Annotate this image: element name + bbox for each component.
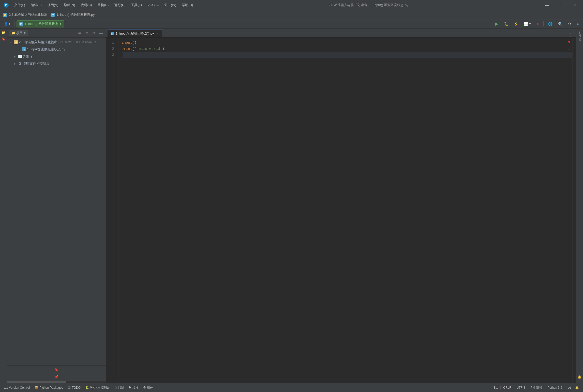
run-button[interactable]: ▶: [493, 20, 500, 27]
terminal-button[interactable]: ▶ 终端: [127, 384, 141, 391]
secondary-toolbar: 👤 ▾ py 1. input() 函数阻塞状态 ▾ ▶ 🐛 ⚡ 📊 ▾ ■ 🌐…: [0, 19, 583, 28]
todo-button[interactable]: ☑ TODO: [66, 385, 82, 390]
interpreter-py-icon: py: [19, 22, 23, 26]
services-button[interactable]: ⚙ 服务: [141, 384, 155, 391]
status-bar-right: 3:1 CRLF UTF-8 4 个空格 Python 3.9 ⎇ 🔔: [492, 384, 581, 391]
console-icon: 🐍: [85, 386, 89, 389]
sidebar-scrollbar[interactable]: [7, 381, 106, 383]
menu-edit[interactable]: 编辑(E): [28, 2, 44, 8]
maximize-button[interactable]: □: [555, 1, 567, 9]
nav-bar: 📁 2.8 标准输入与格式化输出 › py 1. input() 函数阻塞状态.…: [0, 10, 583, 19]
menu-window[interactable]: 窗口(W): [162, 2, 179, 8]
project-rail-btn[interactable]: 📁: [1, 29, 7, 36]
settings-button[interactable]: ⚙: [566, 20, 573, 27]
menu-navigate[interactable]: 导航(N): [61, 2, 78, 8]
search-button[interactable]: 🔍: [556, 20, 564, 27]
editor-gutter: [572, 38, 576, 383]
tree-lib-item[interactable]: ▶ 📊 外部库: [7, 53, 106, 60]
sidebar-toolbar: 📁 项目 ▾ ⊕ ≡ ⚙ —: [7, 28, 106, 38]
menu-vcs[interactable]: VCS(S): [145, 2, 161, 8]
coverage-button[interactable]: 📊 ▾: [522, 20, 533, 27]
minimize-panel-button[interactable]: —: [98, 30, 104, 36]
line-number-3: 3: [106, 52, 116, 58]
pin-icon[interactable]: 📌: [54, 374, 60, 380]
app-logo: P: [3, 2, 10, 9]
notification-icon[interactable]: 🔔: [573, 385, 581, 390]
python-packages-button[interactable]: 📦 Python Packages: [32, 385, 65, 390]
code-editor[interactable]: 1 2 3 input() print('hello world') ✓: [106, 38, 576, 383]
code-line-2: print('hello world') ✓: [122, 46, 572, 52]
stop-button[interactable]: ■: [534, 20, 541, 27]
tabs-more-button[interactable]: ⋮: [567, 33, 575, 37]
tab-close-button[interactable]: ✕: [155, 32, 159, 35]
line-ending[interactable]: CRLF: [501, 385, 513, 390]
line-number-1: 1: [106, 40, 116, 46]
profile-button[interactable]: 👤 ▾: [2, 20, 12, 27]
code-token-close-paren: ): [162, 46, 164, 52]
minimize-button[interactable]: —: [541, 1, 553, 9]
collapse-all-button[interactable]: ≡: [84, 30, 90, 36]
scope-button[interactable]: ⊕: [77, 30, 83, 36]
project-selector[interactable]: 📁 项目 ▾: [9, 30, 28, 36]
folder-icon: 📁: [14, 40, 18, 44]
version-control-button[interactable]: ⎇ Version Control: [2, 385, 32, 390]
main-content: 📁 🔖 📁 项目 ▾ ⊕ ≡ ⚙ — ▼ 📁 2.8 标准输入与格式化输出 C:…: [0, 28, 583, 383]
menu-tools[interactable]: 工具(T): [128, 2, 144, 8]
code-line-1: input(): [122, 40, 572, 46]
git-branch-icon[interactable]: ⎇: [565, 385, 573, 390]
sqview-label[interactable]: SQView: [577, 29, 582, 44]
code-token-input: input: [122, 40, 132, 46]
problems-button[interactable]: ⚠ 问题: [112, 384, 126, 391]
version-control-label: Version Control: [9, 386, 30, 389]
translate-button[interactable]: 🌐: [546, 20, 555, 27]
status-divider-3: [528, 386, 528, 389]
menu-view[interactable]: 视图(V): [45, 2, 61, 8]
code-content[interactable]: input() print('hello world') ✓: [118, 38, 572, 383]
tree-root[interactable]: ▼ 📁 2.8 标准输入与格式化输出 C:\Users\13600\Deskto…: [7, 39, 106, 46]
interpreter-button[interactable]: py 1. input() 函数阻塞状态 ▾: [17, 20, 64, 27]
todo-icon: ☑: [68, 386, 71, 389]
python-console-button[interactable]: 🐍 Python 控制台: [83, 384, 112, 391]
close-button[interactable]: ✕: [569, 1, 580, 9]
py-icon: py: [22, 47, 26, 51]
tree-file-item[interactable]: ▶ py 1. input() 函数阻塞状态.py: [7, 46, 106, 53]
menu-help[interactable]: 帮助(H): [179, 2, 196, 8]
cursor: [122, 53, 122, 57]
tree-temp-label: 临时文件和控制台: [23, 61, 49, 66]
right-rail: SQView 🔔: [576, 28, 583, 383]
status-divider-4: [545, 386, 545, 389]
window-title: 2.8 标准输入与格式化输出 - 1. input() 函数阻塞状态.py: [196, 3, 541, 7]
encoding[interactable]: UTF-8: [515, 385, 527, 390]
code-token-print: print: [122, 46, 132, 52]
expand-arrow-icon: ▶: [13, 62, 17, 65]
left-icon-rail: 📁 🔖: [0, 28, 7, 383]
debug-button[interactable]: 🐛: [502, 20, 510, 27]
cursor-position[interactable]: 3:1: [492, 385, 500, 390]
tree-file-label: 1. input() 函数阻塞状态.py: [27, 47, 65, 52]
menu-file[interactable]: 文件(F): [12, 2, 28, 8]
project-sidebar: 📁 项目 ▾ ⊕ ≡ ⚙ — ▼ 📁 2.8 标准输入与格式化输出 C:\Use…: [7, 28, 106, 383]
notification-rail-icon[interactable]: 🔔: [577, 374, 583, 380]
tree-temp-item[interactable]: ▶ 🗒 临时文件和控制台: [7, 60, 106, 67]
breadcrumb-file[interactable]: 1. input() 函数阻塞状态.py: [56, 12, 95, 17]
menu-refactor[interactable]: 重构(R): [95, 2, 111, 8]
menu-code[interactable]: 代码(C): [78, 2, 94, 8]
bookmark-icon[interactable]: 🔖: [54, 367, 60, 373]
menu-run[interactable]: 运行(U): [112, 2, 128, 8]
indent-setting[interactable]: 4 个空格: [529, 384, 544, 391]
breadcrumb-project[interactable]: 2.8 标准输入与格式化输出: [9, 12, 48, 17]
update-button[interactable]: ●: [575, 20, 581, 27]
window-controls: — □ ✕: [541, 1, 580, 9]
profile-run-button[interactable]: ⚡: [512, 20, 520, 27]
editor-tab-active[interactable]: py 1. input() 函数阻塞状态.py ✕: [107, 29, 162, 37]
line-number-2: 2: [106, 46, 116, 52]
status-divider-2: [514, 386, 514, 389]
error-marker-icon: [568, 41, 570, 43]
status-divider-1: [500, 386, 501, 389]
svg-text:P: P: [5, 4, 7, 7]
gear-icon[interactable]: ⚙: [91, 30, 97, 36]
expand-arrow-icon: ▶: [13, 55, 17, 58]
bookmarks-rail-btn[interactable]: 🔖: [1, 36, 7, 42]
python-version[interactable]: Python 3.9: [546, 385, 564, 390]
sidebar-bottom: 🔖 📌: [7, 365, 106, 381]
